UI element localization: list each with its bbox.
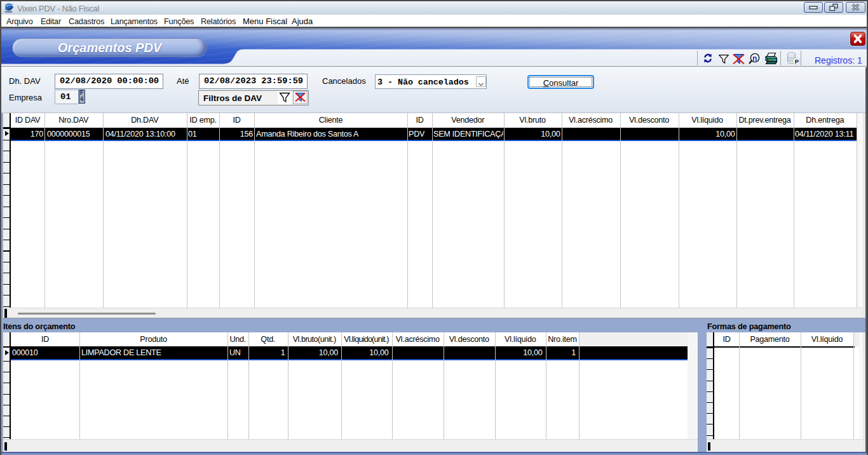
svg-text:n: n <box>752 54 757 63</box>
svg-text:VIXEN: VIXEN <box>5 11 13 13</box>
svg-text:P: P <box>795 58 799 65</box>
